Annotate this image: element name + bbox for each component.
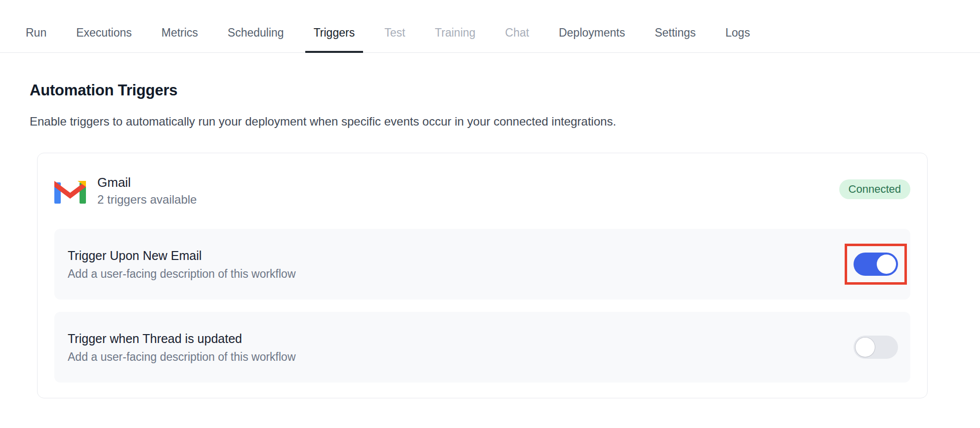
tab-scheduling[interactable]: Scheduling (228, 26, 284, 52)
page-title: Automation Triggers (30, 81, 980, 99)
toggle-knob (856, 338, 875, 357)
trigger-row-new-email: Trigger Upon New Email Add a user-facing… (54, 229, 910, 300)
trigger-row-text: Trigger Upon New Email Add a user-facing… (68, 248, 296, 281)
trigger-toggle-new-email[interactable] (854, 253, 898, 276)
trigger-title: Trigger when Thread is updated (68, 331, 296, 346)
tab-test[interactable]: Test (384, 26, 405, 52)
trigger-row-thread-updated: Trigger when Thread is updated Add a use… (54, 312, 910, 383)
page-description: Enable triggers to automatically run you… (30, 114, 980, 128)
toggle-knob (877, 255, 896, 274)
toggle-wrap (845, 327, 907, 368)
triggers-page: Run Executions Metrics Scheduling Trigge… (0, 0, 980, 398)
annotation-highlight-box (845, 244, 907, 285)
integration-card: Gmail 2 triggers available Connected Tri… (37, 153, 928, 398)
gmail-icon (54, 177, 86, 204)
tab-executions[interactable]: Executions (76, 26, 132, 52)
tab-deployments[interactable]: Deployments (559, 26, 625, 52)
tab-training[interactable]: Training (435, 26, 475, 52)
tab-settings[interactable]: Settings (654, 26, 695, 52)
trigger-toggle-thread-updated[interactable] (854, 336, 898, 359)
trigger-description: Add a user-facing description of this wo… (68, 267, 296, 281)
tab-triggers[interactable]: Triggers (314, 26, 355, 52)
trigger-title: Trigger Upon New Email (68, 248, 296, 263)
integration-availability: 2 triggers available (97, 193, 197, 207)
tab-chat[interactable]: Chat (505, 26, 530, 52)
integration-name: Gmail (97, 175, 197, 190)
tab-logs[interactable]: Logs (726, 26, 750, 52)
integration-header: Gmail 2 triggers available Connected (54, 175, 910, 207)
tab-bar: Run Executions Metrics Scheduling Trigge… (0, 0, 980, 53)
tab-run[interactable]: Run (26, 26, 46, 52)
tab-metrics[interactable]: Metrics (162, 26, 198, 52)
status-badge: Connected (839, 179, 910, 199)
integration-header-text: Gmail 2 triggers available (97, 175, 197, 207)
trigger-description: Add a user-facing description of this wo… (68, 350, 296, 364)
trigger-row-text: Trigger when Thread is updated Add a use… (68, 331, 296, 364)
